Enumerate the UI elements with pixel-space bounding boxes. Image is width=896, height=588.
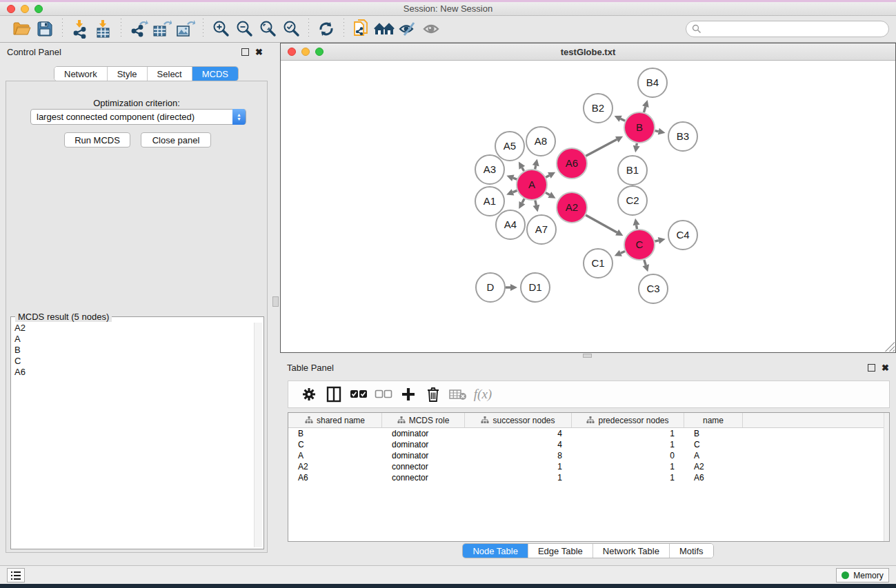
graph-edge[interactable] [637,143,637,146]
delete-table-icon[interactable] [446,383,470,406]
graph-edge[interactable] [513,178,517,179]
network-window-titlebar[interactable]: testGlobe.txt [281,43,895,61]
graph-edge[interactable] [644,107,645,112]
splitter-handle[interactable] [583,354,592,358]
minimize-window-button[interactable] [21,5,29,13]
save-session-icon[interactable] [33,19,57,39]
import-network-icon[interactable] [68,19,92,39]
graph-edge[interactable] [535,165,536,169]
delete-column-icon[interactable] [421,383,446,406]
column-header-successor-nodes[interactable]: successor nodes [465,413,572,427]
graph-edge[interactable] [621,251,625,253]
table-row[interactable]: A6 connector 1 1 A6 [288,472,889,483]
graph-edge[interactable] [513,190,517,192]
table-row[interactable]: B dominator 4 1 B [288,428,889,439]
column-header-shared-name[interactable]: shared name [288,413,382,427]
graph-edge[interactable] [522,168,524,171]
export-image-icon[interactable] [174,19,197,39]
graph-edge[interactable] [522,199,524,203]
graph-edge[interactable] [535,200,537,205]
table-row[interactable]: A dominator 8 0 A [288,450,889,461]
network-canvas[interactable]: B4B2BB3A8A5A6A3B1AA1C2A2A4A7C4CC1C3DD1 [281,61,895,352]
search-input[interactable] [701,24,888,34]
graph-node-B4[interactable]: B4 [638,68,667,97]
graph-node-B1[interactable]: B1 [618,156,647,185]
table-row[interactable]: A2 connector 1 1 A2 [288,461,889,472]
tab-node-table[interactable]: Node Table [463,544,528,558]
graph-node-A2[interactable]: A2 [557,192,587,223]
function-builder-icon[interactable]: f(x) [470,383,495,406]
graph-node-B3[interactable]: B3 [668,122,697,151]
graph-node-C[interactable]: C [624,230,655,260]
float-panel-icon[interactable] [241,48,249,56]
import-table-icon[interactable] [92,19,115,39]
graph-node-A8[interactable]: A8 [526,127,555,156]
graph-node-C2[interactable]: C2 [618,186,647,215]
tab-mcds[interactable]: MCDS [192,67,238,81]
run-mcds-button[interactable]: Run MCDS [64,132,130,148]
graph-node-B[interactable]: B [624,112,655,143]
graph-edge[interactable] [546,192,550,194]
open-file-icon[interactable] [10,19,33,39]
tab-style[interactable]: Style [108,67,148,81]
graph-edge[interactable] [586,215,617,232]
deselect-all-icon[interactable] [371,383,396,406]
task-history-button[interactable] [7,568,25,582]
add-column-icon[interactable] [396,383,421,406]
mcds-result-item[interactable]: A2 [12,323,252,334]
graph-edge[interactable] [586,139,617,156]
graph-node-C3[interactable]: C3 [639,274,668,303]
tab-select[interactable]: Select [148,67,192,81]
show-selected-icon[interactable] [420,19,444,39]
mcds-result-scrollbar[interactable] [254,323,262,547]
column-header-name[interactable]: name [684,413,743,427]
export-table-icon[interactable] [150,19,174,39]
mcds-result-item[interactable]: C [12,356,252,367]
minimize-network-window-button[interactable] [301,48,310,56]
graph-edge[interactable] [644,260,646,265]
tab-network[interactable]: Network [54,67,108,81]
zoom-in-icon[interactable] [209,19,232,39]
mcds-result-item[interactable]: A [12,334,252,345]
close-window-button[interactable] [7,5,15,13]
graph-node-C1[interactable]: C1 [584,249,613,278]
column-header-predecessor-nodes[interactable]: predecessor nodes [572,413,684,427]
float-table-panel-icon[interactable] [868,364,875,372]
table-scrollbar[interactable] [884,413,889,541]
graph-node-D1[interactable]: D1 [521,273,550,302]
zoom-out-icon[interactable] [232,19,256,39]
hide-selected-icon[interactable] [397,19,420,39]
mcds-result-item[interactable]: B [12,345,252,356]
graph-node-A7[interactable]: A7 [527,215,556,244]
graph-edge[interactable] [655,131,659,132]
column-visibility-icon[interactable] [321,383,346,406]
graph-node-A[interactable]: A [517,170,547,200]
select-all-icon[interactable] [346,383,371,406]
close-panel-button[interactable]: Close panel [141,132,211,148]
column-header-mcds-role[interactable]: MCDS role [382,413,465,427]
graph-node-B2[interactable]: B2 [584,94,613,123]
toolbar-search[interactable] [686,21,889,37]
graph-node-D[interactable]: D [476,273,505,302]
graph-edge[interactable] [546,175,549,177]
refresh-icon[interactable] [315,19,338,39]
table-options-icon[interactable] [297,383,321,406]
show-all-icon[interactable] [373,19,397,39]
zoom-fit-icon[interactable] [256,19,279,39]
resize-grip-icon[interactable] [885,342,895,352]
tab-motifs[interactable]: Motifs [670,544,713,558]
graph-node-A6[interactable]: A6 [557,148,587,179]
tab-edge-table[interactable]: Edge Table [528,544,593,558]
close-network-window-button[interactable] [288,48,296,56]
mcds-result-item[interactable]: A6 [12,367,252,378]
zoom-window-button[interactable] [34,5,43,13]
zoom-network-window-button[interactable] [315,48,323,56]
graph-edge[interactable] [621,119,626,121]
graph-node-C4[interactable]: C4 [668,221,697,250]
mcds-result-list[interactable]: A2 A B C A6 [12,323,252,547]
memory-button[interactable]: Memory [836,568,889,582]
close-panel-icon[interactable]: ✖ [255,48,263,56]
tab-network-table[interactable]: Network Table [593,544,670,558]
close-table-panel-icon[interactable]: ✖ [882,364,889,372]
zoom-selected-icon[interactable] [279,19,303,39]
